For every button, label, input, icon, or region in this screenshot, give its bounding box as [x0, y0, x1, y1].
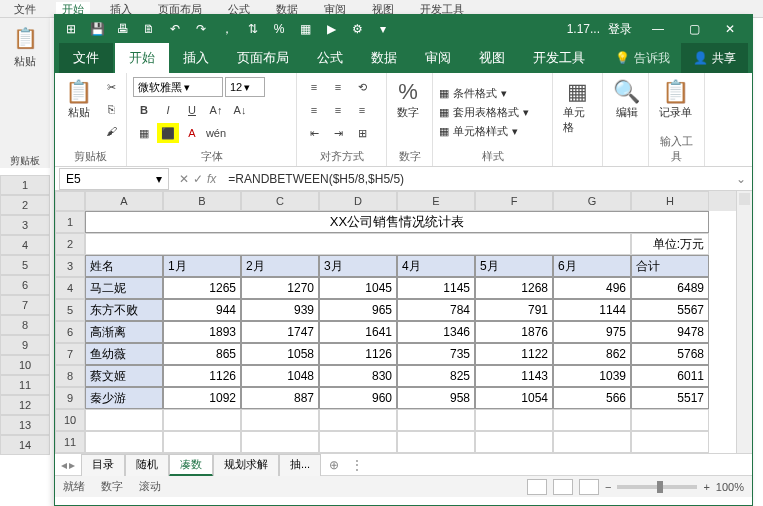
name-cell[interactable]: 高渐离	[85, 321, 163, 343]
row-header[interactable]: 3	[55, 255, 85, 277]
cells-button[interactable]: ▦单元格	[559, 77, 596, 137]
select-all-corner[interactable]	[55, 191, 85, 211]
qat-more-icon[interactable]: ▾	[371, 17, 395, 41]
data-cell[interactable]: 1092	[163, 387, 241, 409]
print-icon[interactable]: 🖶	[111, 17, 135, 41]
row-header[interactable]: 2	[55, 233, 85, 255]
row-header[interactable]: 6	[55, 321, 85, 343]
bg-row-header[interactable]: 12	[0, 395, 50, 415]
align-middle-icon[interactable]: ≡	[327, 77, 349, 97]
tab-dev[interactable]: 开发工具	[519, 43, 599, 73]
close-button[interactable]: ✕	[712, 15, 748, 43]
underline-button[interactable]: U	[181, 100, 203, 120]
empty-cell[interactable]	[241, 431, 319, 453]
data-cell[interactable]: 5567	[631, 299, 709, 321]
tab-start[interactable]: 开始	[115, 43, 169, 73]
data-cell[interactable]: 939	[241, 299, 319, 321]
font-name-combo[interactable]: 微软雅黑▾	[133, 77, 223, 97]
data-cell[interactable]: 830	[319, 365, 397, 387]
sort-icon[interactable]: ⇅	[241, 17, 265, 41]
row-header[interactable]: 8	[55, 365, 85, 387]
header-cell[interactable]: 5月	[475, 255, 553, 277]
empty-cell[interactable]	[319, 409, 397, 431]
bg-row-header[interactable]: 8	[0, 315, 50, 335]
number-format-button[interactable]: %数字	[393, 77, 423, 122]
data-cell[interactable]: 965	[319, 299, 397, 321]
macro-icon[interactable]: ▶	[319, 17, 343, 41]
save-icon[interactable]: 💾	[85, 17, 109, 41]
normal-view-button[interactable]	[527, 479, 547, 495]
page-layout-button[interactable]	[553, 479, 573, 495]
header-cell[interactable]: 6月	[553, 255, 631, 277]
share-button[interactable]: 👤共享	[681, 43, 748, 73]
record-button[interactable]: 📋记录单	[655, 77, 696, 122]
zoom-slider[interactable]	[617, 485, 697, 489]
bg-row-header[interactable]: 2	[0, 195, 50, 215]
align-left-icon[interactable]: ≡	[303, 100, 325, 120]
phonetic-button[interactable]: wén	[205, 123, 227, 143]
row-header[interactable]: 7	[55, 343, 85, 365]
align-top-icon[interactable]: ≡	[303, 77, 325, 97]
empty-cell[interactable]	[163, 409, 241, 431]
col-header-G[interactable]: G	[553, 191, 631, 211]
enter-formula-icon[interactable]: ✓	[193, 172, 203, 186]
data-cell[interactable]: 862	[553, 343, 631, 365]
add-sheet-button[interactable]: ⊕	[321, 458, 347, 472]
data-cell[interactable]: 1641	[319, 321, 397, 343]
col-header-B[interactable]: B	[163, 191, 241, 211]
header-cell[interactable]: 合计	[631, 255, 709, 277]
cell-styles-button[interactable]: ▦单元格样式▾	[439, 123, 518, 140]
data-cell[interactable]: 887	[241, 387, 319, 409]
data-cell[interactable]: 1126	[319, 343, 397, 365]
data-cell[interactable]: 958	[397, 387, 475, 409]
data-cell[interactable]: 1058	[241, 343, 319, 365]
align-right-icon[interactable]: ≡	[351, 100, 373, 120]
data-cell[interactable]: 9478	[631, 321, 709, 343]
empty-cell[interactable]	[319, 431, 397, 453]
col-header-F[interactable]: F	[475, 191, 553, 211]
header-cell[interactable]: 姓名	[85, 255, 163, 277]
data-cell[interactable]: 1876	[475, 321, 553, 343]
col-header-C[interactable]: C	[241, 191, 319, 211]
tab-layout[interactable]: 页面布局	[223, 43, 303, 73]
data-cell[interactable]: 735	[397, 343, 475, 365]
tab-review[interactable]: 审阅	[411, 43, 465, 73]
col-header-H[interactable]: H	[631, 191, 709, 211]
bg-row-header[interactable]: 5	[0, 255, 50, 275]
row-header[interactable]: 10	[55, 409, 85, 431]
data-cell[interactable]: 1145	[397, 277, 475, 299]
sheet-tab[interactable]: 凑数	[169, 454, 213, 476]
zoom-in-button[interactable]: +	[703, 481, 709, 493]
header-cell[interactable]: 2月	[241, 255, 319, 277]
data-cell[interactable]: 1143	[475, 365, 553, 387]
title-cell[interactable]: XX公司销售情况统计表	[85, 211, 709, 233]
decrease-indent-icon[interactable]: ⇤	[303, 123, 325, 143]
comma-icon[interactable]: ，	[215, 17, 239, 41]
data-cell[interactable]: 1747	[241, 321, 319, 343]
empty-cell[interactable]	[475, 431, 553, 453]
bg-row-header[interactable]: 11	[0, 375, 50, 395]
data-cell[interactable]: 960	[319, 387, 397, 409]
bg-row-header[interactable]: 9	[0, 335, 50, 355]
sheet-tab[interactable]: 抽...	[279, 454, 321, 476]
data-cell[interactable]: 6489	[631, 277, 709, 299]
row-header[interactable]: 5	[55, 299, 85, 321]
orientation-icon[interactable]: ⟲	[351, 77, 373, 97]
percent-icon[interactable]: %	[267, 17, 291, 41]
bg-row-header[interactable]: 6	[0, 275, 50, 295]
col-header-E[interactable]: E	[397, 191, 475, 211]
empty-cell[interactable]	[397, 431, 475, 453]
paste-button[interactable]: 📋粘贴	[61, 77, 96, 122]
increase-font-icon[interactable]: A↑	[205, 100, 227, 120]
increase-indent-icon[interactable]: ⇥	[327, 123, 349, 143]
sheet-tab[interactable]: 规划求解	[213, 454, 279, 476]
data-cell[interactable]: 784	[397, 299, 475, 321]
data-cell[interactable]: 1270	[241, 277, 319, 299]
data-cell[interactable]: 1346	[397, 321, 475, 343]
data-cell[interactable]: 865	[163, 343, 241, 365]
data-cell[interactable]: 1122	[475, 343, 553, 365]
merge-icon[interactable]: ⊞	[351, 123, 373, 143]
font-size-combo[interactable]: 12▾	[225, 77, 265, 97]
tab-insert[interactable]: 插入	[169, 43, 223, 73]
data-cell[interactable]: 6011	[631, 365, 709, 387]
